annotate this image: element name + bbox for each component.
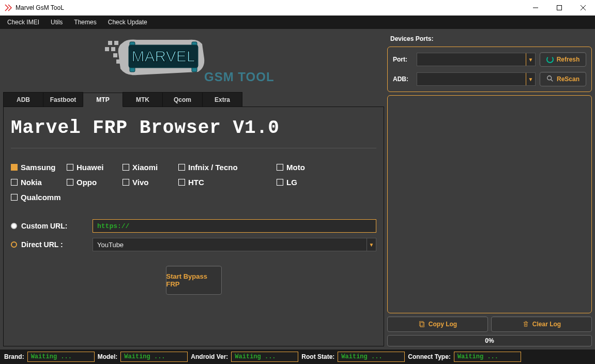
copy-icon [418, 321, 425, 328]
status-brand-value: Waiting ... [27, 352, 95, 362]
log-output[interactable] [387, 95, 592, 313]
svg-rect-7 [111, 47, 115, 51]
checkbox-label: Qualcomm [21, 193, 61, 202]
checkbox-infnix-tecno[interactable]: Infnix / Tecno [178, 163, 277, 172]
checkbox-xiaomi[interactable]: Xiaomi [123, 163, 178, 172]
devices-ports-label: Devices Ports: [390, 35, 592, 42]
checkbox-icon [123, 179, 129, 186]
menu-check-imei[interactable]: Check IMEI [2, 17, 44, 28]
minimize-button[interactable] [524, 0, 547, 16]
app-icon [4, 4, 12, 12]
checkbox-label: Xiaomi [132, 163, 158, 172]
status-brand-label: Brand: [4, 353, 24, 360]
radio-custom-url[interactable] [11, 223, 17, 229]
checkbox-icon [67, 164, 73, 171]
tab-qcom[interactable]: Qcom [162, 92, 203, 107]
port-combo[interactable]: ▼ [417, 53, 536, 66]
custom-url-row: Custom URL: [11, 219, 376, 233]
checkbox-icon [123, 164, 129, 171]
refresh-label: Refresh [557, 56, 580, 63]
checkbox-label: LG [286, 178, 297, 187]
checkbox-label: Huawei [77, 163, 104, 172]
checkbox-huawei[interactable]: Huawei [67, 163, 123, 172]
tab-mtk[interactable]: MTK [123, 92, 163, 107]
checkbox-label: HTC [188, 178, 204, 187]
window-title: Marvel GsM TooL [16, 4, 64, 11]
chevron-down-icon: ▼ [367, 238, 376, 251]
checkbox-icon [277, 164, 283, 171]
panel-title: Marvel FRP Browser V1.0 [11, 117, 376, 139]
status-bar: Brand: Waiting ... Model: Waiting ... An… [0, 350, 595, 364]
tab-mtp[interactable]: MTP [83, 93, 123, 107]
svg-point-14 [547, 75, 552, 80]
menu-themes[interactable]: Themes [69, 17, 101, 28]
port-label: Port: [393, 56, 413, 63]
menu-check-update[interactable]: Check Update [103, 17, 152, 28]
radio-direct-url[interactable] [11, 241, 17, 248]
checkbox-icon [277, 179, 283, 186]
direct-url-row: Direct URL : YouTube ▼ [11, 238, 376, 251]
tab-extra[interactable]: Extra [202, 92, 242, 107]
status-root-value: Waiting ... [338, 352, 405, 362]
main-area: MARVEL GSM TOOL ADB Fastboot MTP MTK Qco… [0, 29, 595, 350]
checkbox-icon [178, 179, 185, 186]
status-connect-label: Connect Type: [408, 353, 450, 360]
checkbox-icon [11, 179, 18, 186]
checkbox-nokia[interactable]: Nokia [11, 178, 67, 187]
svg-rect-5 [114, 41, 118, 45]
checkbox-lg[interactable]: LG [277, 178, 339, 187]
refresh-icon [546, 56, 554, 63]
checkbox-label: Nokia [21, 178, 42, 187]
svg-rect-8 [113, 53, 117, 57]
close-button[interactable] [571, 0, 595, 16]
copy-log-button[interactable]: Copy Log [387, 316, 488, 332]
refresh-button[interactable]: Refresh [540, 52, 586, 67]
status-root-label: Root State: [301, 353, 334, 360]
menu-bar: Check IMEI Utils Themes Check Update [0, 16, 595, 29]
tab-bar: ADB Fastboot MTP MTK Qcom Extra [3, 92, 384, 107]
brand-checkbox-grid: Samsung Huawei Xiaomi Infnix / Tecno Mot… [11, 163, 376, 202]
svg-line-15 [551, 79, 553, 81]
clear-log-button[interactable]: Clear Log [491, 316, 592, 332]
start-bypass-frp-button[interactable]: Start Bypass FRP [166, 266, 222, 295]
checkbox-label: Samsung [21, 163, 56, 172]
divider [11, 148, 376, 148]
tab-adb[interactable]: ADB [3, 92, 43, 107]
status-android-value: Waiting ... [231, 352, 298, 362]
mtp-panel: Marvel FRP Browser V1.0 Samsung Huawei X… [3, 107, 384, 346]
svg-rect-1 [557, 6, 562, 10]
trash-icon [522, 321, 529, 328]
checkbox-qualcomm[interactable]: Qualcomm [11, 193, 67, 202]
status-model-label: Model: [98, 353, 118, 360]
checkbox-label: Vivo [132, 178, 148, 187]
checkbox-oppo[interactable]: Oppo [67, 178, 123, 187]
progress-bar: 0% [387, 335, 592, 346]
custom-url-label: Custom URL: [21, 222, 88, 230]
logo: MARVEL GSM TOOL [3, 35, 384, 89]
adb-combo[interactable]: ▼ [417, 72, 536, 86]
checkbox-icon [11, 194, 18, 201]
checkbox-vivo[interactable]: Vivo [123, 178, 178, 187]
custom-url-input[interactable] [93, 219, 376, 233]
tab-fastboot[interactable]: Fastboot [43, 92, 83, 107]
checkbox-icon [178, 164, 185, 171]
logo-text-marvel: MARVEL [131, 48, 195, 65]
adb-row: ADB: ▼ ReScan [393, 72, 586, 86]
rescan-button[interactable]: ReScan [540, 72, 586, 86]
direct-url-label: Direct URL : [21, 240, 88, 249]
status-android-label: Android Ver: [191, 353, 228, 360]
checkbox-samsung[interactable]: Samsung [11, 163, 67, 172]
port-row: Port: ▼ Refresh [393, 52, 586, 67]
menu-utils[interactable]: Utils [45, 17, 68, 28]
logo-text-gsmtool: GSM TOOL [204, 70, 274, 84]
checkbox-htc[interactable]: HTC [178, 178, 277, 187]
checkbox-moto[interactable]: Moto [277, 163, 339, 172]
direct-url-combo[interactable]: YouTube ▼ [93, 238, 376, 251]
checkbox-icon [67, 179, 73, 186]
chevron-down-icon: ▼ [526, 73, 535, 85]
rescan-label: ReScan [557, 75, 579, 83]
maximize-button[interactable] [547, 0, 571, 16]
copy-log-label: Copy Log [429, 321, 457, 328]
checkbox-icon [11, 164, 18, 171]
adb-label: ADB: [393, 75, 413, 83]
